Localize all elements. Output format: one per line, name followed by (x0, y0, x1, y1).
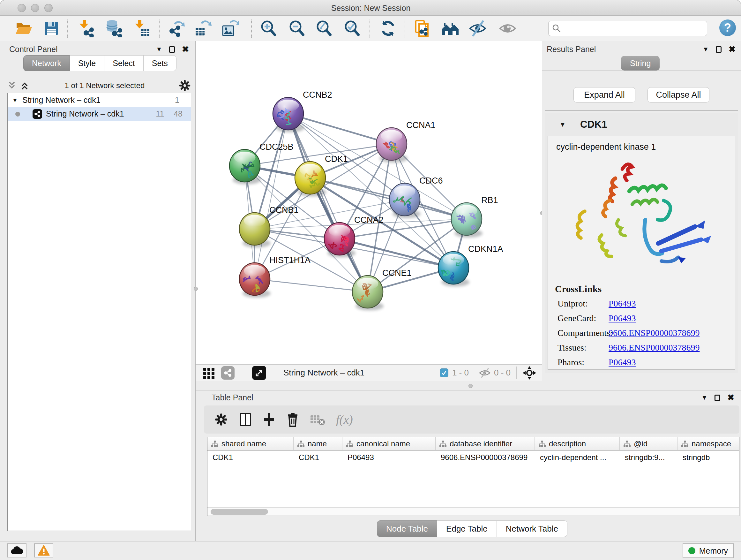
table-cell[interactable]: 9606.ENSP00000378699 (435, 450, 535, 464)
fit-content-button[interactable] (315, 19, 333, 37)
import-table-button[interactable] (133, 19, 151, 37)
column-header-shared-name[interactable]: shared name (207, 437, 293, 450)
import-network-button[interactable] (77, 19, 95, 37)
column-header-description[interactable]: description (535, 437, 620, 450)
open-session-button[interactable] (15, 19, 32, 37)
first-neighbors-button[interactable] (441, 19, 459, 37)
splitter-handle[interactable] (468, 384, 473, 388)
app-window: Session: New Session (0, 0, 741, 560)
panel-float-icon[interactable] (715, 395, 720, 401)
save-session-button[interactable] (43, 19, 60, 37)
zoom-in-button[interactable] (259, 19, 277, 37)
collapse-triangle-icon[interactable]: ▼ (8, 97, 22, 104)
column-header-name[interactable]: name (293, 437, 342, 450)
apply-preferred-layout-button[interactable] (379, 19, 397, 37)
protein-result-card: ▼ CDK1 cyclin-dependent kinase 1 (545, 113, 738, 373)
column-header-canonical-name[interactable]: canonical name (342, 437, 435, 450)
tab-select[interactable]: Select (105, 55, 143, 71)
selected-nodes-checkbox[interactable] (440, 368, 448, 377)
network-options-gear-icon[interactable] (179, 79, 191, 92)
export-table-button[interactable] (194, 19, 212, 37)
scrollbar-thumb[interactable] (211, 509, 268, 515)
node-label-CCNE1: CCNE1 (382, 268, 412, 278)
collapse-all-tree-icon[interactable] (7, 81, 18, 90)
panel-close-icon[interactable]: ✖ (182, 44, 189, 54)
table-panel-title: Table Panel (212, 393, 253, 402)
open-in-new-window-icon[interactable] (252, 366, 266, 380)
toolbar-separator (369, 19, 370, 38)
column-header-database-identifier[interactable]: database identifier (435, 437, 535, 450)
collection-label: String Network – cdk1 (22, 96, 175, 105)
toolbar-separator (67, 19, 68, 38)
table-cell[interactable]: CDK1 (293, 450, 342, 464)
table-cell[interactable]: stringdb (677, 450, 739, 464)
splitter-handle[interactable] (194, 287, 198, 291)
tab-network-table[interactable]: Network Table (497, 520, 567, 537)
hidden-elements-eye-icon[interactable] (479, 368, 491, 378)
export-image-button[interactable] (221, 19, 239, 37)
toolbar-separator (243, 367, 243, 379)
expand-all-button[interactable]: Expand All (574, 87, 635, 103)
network-canvas[interactable]: CCNB2CCNA1CDC25BCDK1CDC6RB1CCNB1CCNA2CDK… (196, 41, 542, 364)
crosslink-link[interactable]: 9606.ENSP00000378699 (609, 343, 699, 353)
export-network-button[interactable] (167, 19, 185, 37)
zoom-out-button[interactable] (288, 19, 306, 37)
panel-menu-icon[interactable]: ▼ (701, 394, 708, 401)
memory-button[interactable]: Memory (683, 543, 734, 558)
show-columns-icon[interactable] (239, 413, 252, 427)
network-graph[interactable]: CCNB2CCNA1CDC25BCDK1CDC6RB1CCNB1CCNA2CDK… (196, 41, 542, 364)
table-cell[interactable]: P06493 (342, 450, 435, 464)
network-view-icon[interactable] (221, 366, 234, 380)
crosslink-link[interactable]: P06493 (609, 299, 636, 309)
collapse-triangle-icon[interactable]: ▼ (545, 121, 580, 128)
birds-eye-view-icon[interactable] (522, 366, 536, 380)
panel-float-icon[interactable] (716, 46, 722, 53)
search-input[interactable] (561, 23, 704, 33)
cloud-status-button[interactable] (7, 543, 26, 557)
network-row[interactable]: String Network – cdk1 11 48 (8, 107, 191, 121)
delete-column-trash-icon[interactable] (286, 412, 299, 427)
table-horizontal-scrollbar[interactable] (207, 507, 739, 516)
crosslink-link[interactable]: 9606.ENSP00000378699 (609, 328, 699, 338)
panel-close-icon[interactable]: ✖ (729, 44, 736, 54)
show-all-button[interactable] (499, 19, 517, 37)
warnings-button[interactable] (34, 543, 53, 557)
node-label-CDK1: CDK1 (325, 154, 348, 164)
tab-network[interactable]: Network (23, 55, 70, 71)
help-button[interactable]: ? (719, 19, 736, 36)
table-cell[interactable]: cyclin-dependent ... (535, 450, 620, 464)
new-network-from-selection-button[interactable] (413, 19, 431, 37)
panel-float-icon[interactable] (169, 46, 175, 53)
import-network-from-database-button[interactable] (105, 19, 123, 37)
toolbar-separator (405, 19, 405, 38)
panel-menu-icon[interactable]: ▼ (702, 46, 709, 53)
table-cell[interactable]: stringdb:9... (620, 450, 677, 464)
hide-selected-button[interactable] (469, 19, 487, 37)
crosslink-link[interactable]: P06493 (609, 357, 636, 368)
grid-view-icon[interactable] (203, 367, 215, 379)
column-header--id[interactable]: @id (620, 437, 677, 450)
crosslink-link[interactable]: P06493 (609, 313, 636, 323)
network-collection-row[interactable]: ▼ String Network – cdk1 1 (8, 93, 191, 107)
function-builder-icon[interactable]: f(x) (336, 413, 353, 427)
tab-sets[interactable]: Sets (144, 55, 177, 71)
tab-edge-table[interactable]: Edge Table (437, 520, 497, 537)
panel-menu-icon[interactable]: ▼ (156, 46, 162, 53)
collapse-all-button[interactable]: Collapse All (648, 87, 710, 103)
add-column-icon[interactable] (263, 413, 275, 427)
delete-table-icon[interactable] (310, 414, 325, 426)
toolbar-separator (251, 19, 252, 38)
collection-count: 1 (175, 96, 179, 105)
tab-node-table[interactable]: Node Table (377, 520, 437, 537)
protein-details: cyclin-dependent kinase 1 (548, 136, 735, 370)
zoom-selected-button[interactable] (343, 19, 361, 37)
tab-string[interactable]: String (621, 56, 660, 71)
panel-close-icon[interactable]: ✖ (727, 393, 734, 402)
expand-all-tree-icon[interactable] (20, 81, 31, 90)
node-label-RB1: RB1 (481, 195, 498, 205)
table-row[interactable]: CDK1CDK1P064939606.ENSP00000378699cyclin… (207, 450, 739, 464)
tab-style[interactable]: Style (70, 55, 105, 71)
table-cell[interactable]: CDK1 (207, 450, 293, 464)
column-header-namespace[interactable]: namespace (677, 437, 739, 450)
table-options-gear-icon[interactable] (214, 413, 228, 427)
